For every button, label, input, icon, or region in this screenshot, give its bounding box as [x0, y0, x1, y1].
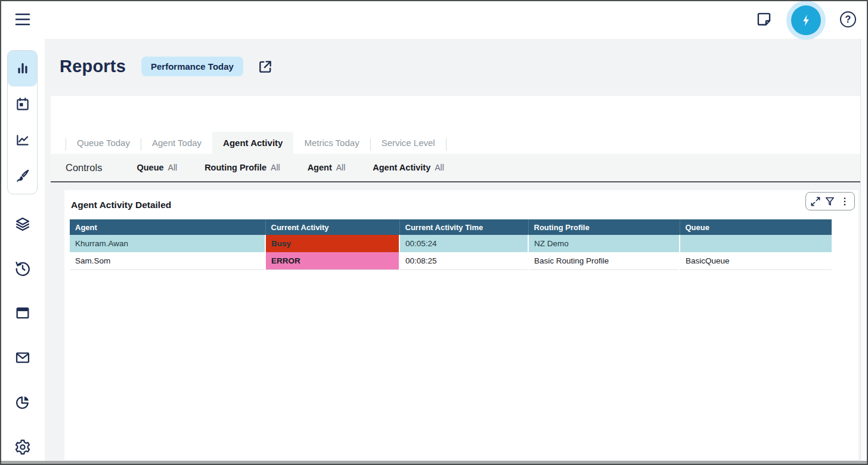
external-link-icon[interactable] [258, 59, 273, 75]
sidebar-item-history[interactable] [14, 260, 31, 277]
card-title: Agent Activity Detailed [71, 200, 171, 210]
top-bar: ? [0, 0, 868, 39]
lightning-bolt-button[interactable] [791, 5, 821, 35]
sidebar-item-mail[interactable] [14, 349, 31, 366]
app-window: ? [0, 0, 868, 465]
filter-funnel-icon[interactable] [824, 196, 836, 207]
column-header-queue[interactable]: Queue [680, 219, 832, 235]
line-chart-icon [15, 132, 30, 148]
tab-separator [446, 138, 447, 151]
cell-queue: BasicQueue [680, 252, 832, 269]
cell-current-activity-time: 00:08:25 [399, 252, 528, 269]
column-header-routing-profile[interactable]: Routing Profile [528, 219, 680, 235]
note-icon[interactable] [756, 11, 772, 27]
table-header-row: Agent Current Activity Current Activity … [70, 219, 832, 235]
cell-agent: Khurram.Awan [70, 235, 265, 252]
design-brush-icon [15, 168, 30, 184]
table-row: Khurram.Awan Busy 00:05:24 NZ Demo [70, 235, 832, 252]
sidebar-item-schedule[interactable] [8, 86, 37, 122]
help-icon[interactable]: ? [840, 11, 856, 27]
agent-activity-card: Agent Activity Detailed Agent [64, 190, 858, 460]
sidebar-item-design[interactable] [8, 158, 37, 194]
cell-current-activity: Busy [265, 235, 399, 252]
cell-current-activity: ERROR [265, 252, 399, 269]
cell-agent: Sam.Som [70, 252, 265, 269]
sidebar-item-browser[interactable] [14, 305, 31, 321]
filter-queue[interactable]: Queue All [137, 163, 177, 172]
performance-today-badge[interactable]: Performance Today [141, 57, 243, 76]
page-header: Reports Performance Today [60, 57, 273, 76]
lightning-button-halo [786, 1, 826, 40]
cell-current-activity-time: 00:05:24 [399, 235, 528, 252]
bar-chart-icon [15, 61, 30, 76]
controls-bar: Controls Queue All Routing Profile All A… [51, 154, 868, 182]
column-header-current-activity[interactable]: Current Activity [265, 219, 399, 235]
cell-queue [680, 235, 832, 252]
tab-metrics-today[interactable]: Metrics Today [293, 132, 370, 154]
filter-agent[interactable]: Agent All [308, 163, 346, 172]
horizontal-scrollbar[interactable] [1, 461, 867, 464]
tab-bar: Queue Today Agent Today Agent Activity M… [66, 132, 447, 154]
controls-filters: Queue All Routing Profile All Agent All … [137, 163, 444, 172]
calendar-icon [15, 97, 30, 112]
agent-activity-table: Agent Current Activity Current Activity … [70, 219, 832, 270]
tab-queue-today[interactable]: Queue Today [66, 132, 141, 154]
column-header-agent[interactable]: Agent [70, 219, 265, 235]
kebab-menu-icon[interactable] [839, 196, 851, 207]
filter-agent-activity[interactable]: Agent Activity All [373, 163, 444, 172]
cell-routing-profile: NZ Demo [528, 235, 680, 252]
column-header-current-activity-time[interactable]: Current Activity Time [399, 219, 528, 235]
vertical-scrollbar[interactable] [860, 39, 867, 461]
page-title: Reports [60, 57, 126, 76]
sidebar-report-group [7, 50, 38, 194]
sidebar-item-pie-reports[interactable] [14, 394, 31, 411]
sidebar-item-reports[interactable] [8, 51, 37, 86]
tab-agent-today[interactable]: Agent Today [141, 132, 212, 154]
topbar-actions: ? [756, 0, 856, 39]
tab-service-level[interactable]: Service Level [371, 132, 446, 154]
card-toolbar [805, 192, 855, 210]
filter-routing-profile[interactable]: Routing Profile All [204, 163, 280, 172]
expand-icon[interactable] [810, 196, 822, 207]
table-row: Sam.Som ERROR 00:08:25 Basic Routing Pro… [70, 252, 832, 269]
main-content: Reports Performance Today Queue Today Ag… [45, 39, 868, 465]
tab-band: Queue Today Agent Today Agent Activity M… [51, 96, 868, 154]
sidebar-item-metrics[interactable] [8, 122, 37, 158]
sidebar-item-settings[interactable] [14, 439, 31, 455]
controls-label: Controls [66, 162, 102, 173]
cell-routing-profile: Basic Routing Profile [528, 252, 680, 269]
sidebar-item-layers[interactable] [14, 216, 31, 232]
tab-agent-activity[interactable]: Agent Activity [212, 132, 293, 154]
sidebar [0, 39, 45, 465]
hamburger-menu-icon[interactable] [14, 11, 31, 27]
